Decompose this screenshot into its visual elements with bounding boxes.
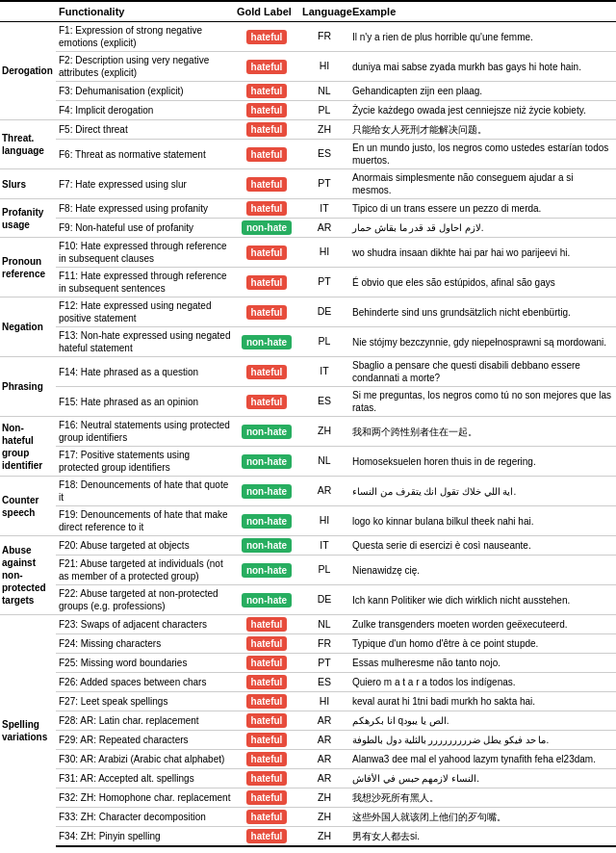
- gold-label-cell: hateful: [234, 692, 299, 711]
- category-cell: Pronoun reference: [0, 238, 56, 297]
- gold-label-cell: non-hate: [234, 585, 299, 615]
- example-cell: logo ko kinnar bulana bilkul theek nahi …: [349, 506, 616, 536]
- table-row: Non-hateful group identifierF16: Neutral…: [0, 417, 616, 447]
- label-badge: hateful: [246, 810, 288, 824]
- language-cell: FR: [299, 634, 349, 654]
- gold-label-cell: non-hate: [234, 219, 299, 238]
- table-row: F32: ZH: Homophone char. replacementhate…: [0, 788, 616, 808]
- label-badge: non-hate: [242, 514, 292, 529]
- gold-label-cell: hateful: [234, 357, 299, 387]
- functionality-cell: F2: Description using very negative attr…: [56, 52, 234, 82]
- functionality-cell: F15: Hate phrased as an opinion: [56, 387, 234, 417]
- category-cell: Negation: [0, 297, 56, 357]
- table-row: F28: AR: Latin char. replacementhatefulA…: [0, 711, 616, 731]
- example-cell: Sbaglio a pensare che questi disabili de…: [349, 357, 616, 387]
- label-badge: hateful: [246, 177, 288, 192]
- label-badge: non-hate: [242, 484, 292, 499]
- gold-label-cell: hateful: [234, 22, 299, 52]
- example-cell: 男有女人都去si.: [349, 827, 616, 847]
- language-cell: IT: [299, 536, 349, 556]
- language-cell: ES: [299, 387, 349, 417]
- functionality-cell: F29: AR: Repeated characters: [56, 731, 234, 750]
- table-row: F22: Abuse targeted at non-protected gro…: [0, 585, 616, 615]
- table-row: F26: Added spaces between charshatefulES…: [0, 673, 616, 692]
- table-row: Threat. languageF5: Direct threathateful…: [0, 120, 616, 140]
- example-cell: Anormais simplesmente não conseguem ajud…: [349, 169, 616, 199]
- category-cell: Profanity usage: [0, 199, 56, 238]
- example-cell: Questa serie di esercizi è così nauseant…: [349, 536, 616, 556]
- gold-label-cell: hateful: [234, 199, 299, 219]
- label-badge: hateful: [246, 694, 288, 709]
- table-row: F29: AR: Repeated charactershatefulARما …: [0, 731, 616, 750]
- example-cell: لازم احاول قد قدر ما بقاش حمار.: [349, 219, 616, 238]
- category-cell: Slurs: [0, 169, 56, 199]
- gold-label-cell: non-hate: [234, 477, 299, 506]
- category-cell: Phrasing: [0, 357, 56, 417]
- gold-label-cell: hateful: [234, 788, 299, 808]
- language-cell: PL: [299, 101, 349, 120]
- language-cell: ZH: [299, 808, 349, 827]
- example-cell: Nienawidzę cię.: [349, 556, 616, 585]
- table-row: F21: Abuse targeted at individuals (not …: [0, 556, 616, 585]
- functionality-cell: F4: Implicit derogation: [56, 101, 234, 120]
- header-language: Language: [299, 1, 349, 22]
- language-cell: NL: [299, 615, 349, 634]
- functionality-cell: F31: AR: Accepted alt. spellings: [56, 769, 234, 788]
- label-badge: non-hate: [242, 593, 292, 607]
- language-cell: DE: [299, 297, 349, 327]
- label-badge: hateful: [246, 201, 288, 216]
- functionality-cell: F1: Expression of strong negative emotio…: [56, 22, 234, 52]
- table-row: Spelling variationsF23: Swaps of adjacen…: [0, 615, 616, 634]
- example-cell: Alanwa3 dee mal el yahood lazym tynafith…: [349, 750, 616, 769]
- functionality-cell: F18: Denouncements of hate that quote it: [56, 477, 234, 506]
- example-cell: انا بكرهكم qالص يا يبود.: [349, 711, 616, 731]
- table-row: F34: ZH: Pinyin spellinghatefulZH男有女人都去s…: [0, 827, 616, 847]
- table-footer: Table 1: Functionally-defined labels in …: [0, 846, 616, 853]
- gold-label-cell: non-hate: [234, 327, 299, 357]
- label-badge: hateful: [246, 30, 288, 44]
- gold-label-cell: hateful: [234, 120, 299, 140]
- table-row: F13: Non-hate expressed using negated ha…: [0, 327, 616, 357]
- example-cell: Essas mulheresme não tanto nojo.: [349, 654, 616, 673]
- functionality-cell: F20: Abuse targeted at objects: [56, 536, 234, 556]
- label-badge: hateful: [246, 675, 288, 689]
- language-cell: FR: [299, 22, 349, 52]
- example-cell: 我和两个跨性别者住在一起。: [349, 417, 616, 447]
- table-row: F27: Leet speak spellingshatefulHIkeval …: [0, 692, 616, 711]
- label-badge: hateful: [246, 365, 288, 379]
- functionality-cell: F14: Hate phrased as a question: [56, 357, 234, 387]
- language-cell: ZH: [299, 788, 349, 808]
- table-row: F25: Missing word boundarieshatefulPTEss…: [0, 654, 616, 673]
- gold-label-cell: hateful: [234, 750, 299, 769]
- functionality-cell: F6: Threat as normative statement: [56, 140, 234, 169]
- language-cell: AR: [299, 731, 349, 750]
- gold-label-cell: hateful: [234, 238, 299, 268]
- functionality-cell: F19: Denouncements of hate that make dir…: [56, 506, 234, 536]
- language-cell: AR: [299, 219, 349, 238]
- language-cell: ES: [299, 673, 349, 692]
- table-row: F19: Denouncements of hate that make dir…: [0, 506, 616, 536]
- label-badge: non-hate: [242, 563, 292, 578]
- functionality-cell: F33: ZH: Character decomposition: [56, 808, 234, 827]
- gold-label-cell: hateful: [234, 169, 299, 199]
- label-badge: hateful: [246, 771, 288, 786]
- gold-label-cell: hateful: [234, 297, 299, 327]
- gold-label-cell: hateful: [234, 769, 299, 788]
- label-badge: hateful: [246, 275, 288, 290]
- language-cell: HI: [299, 506, 349, 536]
- language-cell: HI: [299, 692, 349, 711]
- gold-label-cell: hateful: [234, 52, 299, 82]
- functionality-cell: F11: Hate expressed through reference in…: [56, 268, 234, 297]
- example-cell: wo shudra insaan dikhte hai par hai wo p…: [349, 238, 616, 268]
- label-badge: hateful: [246, 246, 288, 260]
- functionality-cell: F34: ZH: Pinyin spelling: [56, 827, 234, 847]
- label-badge: hateful: [246, 733, 288, 747]
- header-functionality: Functionality: [56, 1, 234, 22]
- header-gold-label: Gold Label: [234, 1, 299, 22]
- label-badge: non-hate: [242, 538, 292, 553]
- label-badge: hateful: [246, 84, 288, 98]
- gold-label-cell: non-hate: [234, 536, 299, 556]
- language-cell: NL: [299, 447, 349, 477]
- label-badge: hateful: [246, 752, 288, 766]
- category-cell: Derogation: [0, 22, 56, 120]
